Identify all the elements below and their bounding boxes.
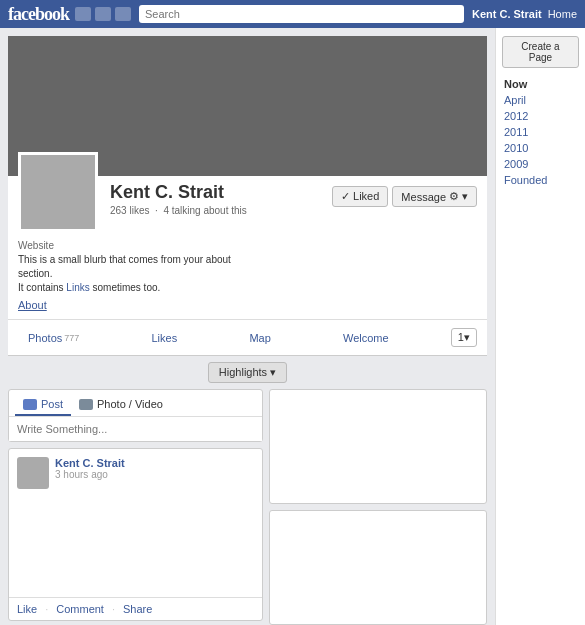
- message-gear-icon: ⚙: [449, 190, 459, 203]
- tab-photos-label: Photos: [28, 332, 62, 344]
- profile-picture: [18, 152, 98, 232]
- feed-item-actions: Like · Comment · Share: [9, 597, 262, 620]
- post-tab-label: Post: [41, 398, 63, 410]
- post-tab-post[interactable]: Post: [15, 394, 71, 416]
- about-section: Website This is a small blurb that comes…: [8, 232, 487, 319]
- feed-item-body: [9, 497, 262, 597]
- website-label: Website: [18, 240, 477, 251]
- liked-button[interactable]: ✓ Liked: [332, 186, 388, 207]
- blurb-link[interactable]: Links: [66, 282, 89, 293]
- feed-area: Post Photo / Video Kent C. Stra: [0, 389, 495, 625]
- tab-likes-label: Likes: [151, 332, 177, 344]
- tab-welcome[interactable]: Welcome: [333, 320, 399, 355]
- post-input[interactable]: [9, 417, 262, 441]
- content-area: Kent C. Strait 263 likes · 4 talking abo…: [0, 28, 495, 625]
- tab-likes[interactable]: Likes: [141, 320, 187, 355]
- create-page-button[interactable]: Create a Page: [502, 36, 579, 68]
- tab-map-label: Map: [249, 332, 270, 344]
- about-link[interactable]: About: [18, 299, 477, 311]
- right-panel-top: [269, 389, 487, 504]
- post-tab-photo[interactable]: Photo / Video: [71, 394, 171, 416]
- nav-right: Kent C. Strait Home: [472, 8, 577, 20]
- profile-actions: ✓ Liked Message ⚙ ▾: [332, 186, 477, 207]
- timeline-year-2011[interactable]: 2011: [496, 124, 585, 140]
- likes-count: 263 likes: [110, 205, 149, 216]
- timeline-year-2009[interactable]: 2009: [496, 156, 585, 172]
- timeline-year-now[interactable]: Now: [496, 76, 585, 92]
- nav-icon-2[interactable]: [95, 7, 111, 21]
- feed-item-avatar: [17, 457, 49, 489]
- post-icon: [23, 399, 37, 410]
- feed-like-button[interactable]: Like: [17, 603, 37, 615]
- right-feed: [269, 389, 487, 625]
- feed-action-sep1: ·: [45, 603, 48, 615]
- tab-number-button[interactable]: 1▾: [451, 328, 477, 347]
- tab-photos[interactable]: Photos 777: [18, 320, 89, 355]
- profile-section: Kent C. Strait 263 likes · 4 talking abo…: [8, 36, 487, 356]
- timeline-year-april[interactable]: April: [496, 92, 585, 108]
- profile-tabs-row: Photos 777 Likes Map Welcome 1▾: [8, 319, 487, 355]
- blurb-line2: section.: [18, 268, 52, 279]
- post-tabs: Post Photo / Video: [9, 390, 262, 417]
- search-input[interactable]: [139, 5, 464, 23]
- tab-welcome-label: Welcome: [343, 332, 389, 344]
- timeline-year-2012[interactable]: 2012: [496, 108, 585, 124]
- facebook-logo: facebook: [8, 4, 69, 25]
- feed-item-header: Kent C. Strait 3 hours ago: [9, 449, 262, 497]
- about-blurb: This is a small blurb that comes from yo…: [18, 253, 477, 295]
- profile-details: Kent C. Strait 263 likes · 4 talking abo…: [110, 182, 332, 216]
- nav-icon-3[interactable]: [115, 7, 131, 21]
- nav-icons: [75, 7, 131, 21]
- camera-icon: [79, 399, 93, 410]
- feed-action-sep2: ·: [112, 603, 115, 615]
- tab-photos-count: 777: [64, 333, 79, 343]
- blurb-line3-prefix: It contains: [18, 282, 66, 293]
- tab-map[interactable]: Map: [239, 320, 280, 355]
- message-button[interactable]: Message ⚙ ▾: [392, 186, 477, 207]
- feed-comment-button[interactable]: Comment: [56, 603, 104, 615]
- highlights-button[interactable]: Highlights ▾: [208, 362, 287, 383]
- timeline-year-founded[interactable]: Founded: [496, 172, 585, 188]
- feed-share-button[interactable]: Share: [123, 603, 152, 615]
- nav-icon-1[interactable]: [75, 7, 91, 21]
- blurb-line1: This is a small blurb that comes from yo…: [18, 254, 231, 265]
- feed-item-meta: Kent C. Strait 3 hours ago: [55, 457, 125, 480]
- profile-name: Kent C. Strait: [110, 182, 332, 203]
- feed-item-time: 3 hours ago: [55, 469, 125, 480]
- profile-info-row: Kent C. Strait 263 likes · 4 talking abo…: [8, 176, 487, 232]
- message-chevron-icon: ▾: [462, 190, 468, 203]
- right-panel-bottom: [269, 510, 487, 625]
- profile-stats: 263 likes · 4 talking about this: [110, 205, 332, 216]
- feed-item-username[interactable]: Kent C. Strait: [55, 457, 125, 469]
- post-box: Post Photo / Video: [8, 389, 263, 442]
- feed-item: Kent C. Strait 3 hours ago Like · Commen…: [8, 448, 263, 621]
- top-nav: facebook Kent C. Strait Home: [0, 0, 585, 28]
- blurb-line3-suffix: sometimes too.: [90, 282, 161, 293]
- highlights-bar: Highlights ▾: [8, 356, 487, 389]
- timeline-year-2010[interactable]: 2010: [496, 140, 585, 156]
- message-label: Message: [401, 191, 446, 203]
- nav-user-name[interactable]: Kent C. Strait: [472, 8, 542, 20]
- timeline-sidebar: Create a Page Now April 2012 2011 2010 2…: [495, 28, 585, 625]
- nav-home-link[interactable]: Home: [548, 8, 577, 20]
- talking-about: 4 talking about this: [163, 205, 246, 216]
- photo-tab-label: Photo / Video: [97, 398, 163, 410]
- left-feed: Post Photo / Video Kent C. Stra: [8, 389, 263, 625]
- main-container: Kent C. Strait 263 likes · 4 talking abo…: [0, 28, 585, 625]
